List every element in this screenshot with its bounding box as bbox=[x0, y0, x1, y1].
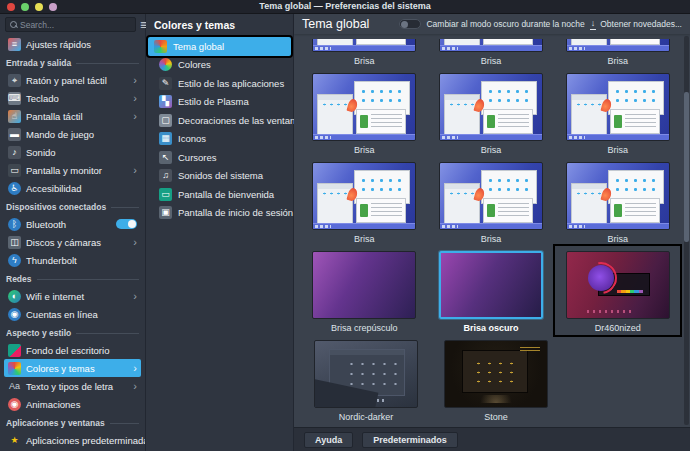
theme-label: Brisa bbox=[607, 56, 628, 66]
theme-cell-brisa-crepusculo[interactable]: Brisa crepúsculo bbox=[302, 246, 427, 335]
help-button[interactable]: Ayuda bbox=[304, 432, 353, 448]
sidebar-item-thunderbolt[interactable]: ϟ Thunderbolt bbox=[4, 251, 141, 269]
sidebar-item-raton-y-panel-tactil[interactable]: ⌖ Ratón y panel táctil › bbox=[4, 71, 141, 89]
theme-cell-nordic-darker[interactable]: Nordic-darker bbox=[302, 335, 430, 424]
sidebar-item-label: Bluetooth bbox=[26, 219, 66, 230]
subpanel-item-tema-global-annotated[interactable]: Tema global bbox=[148, 37, 291, 56]
search-box[interactable] bbox=[5, 17, 136, 32]
sidebar-item-pantalla-y-monitor[interactable]: ▭ Pantalla y monitor › bbox=[4, 161, 141, 179]
sidebar-item-pantalla-tactil[interactable]: ☝ Pantalla táctil › bbox=[4, 107, 141, 125]
sidebar-item-label: Sonido bbox=[26, 147, 56, 158]
theme-thumbnail bbox=[312, 73, 416, 141]
bluetooth-icon: ᛒ bbox=[8, 218, 21, 231]
chevron-right-icon: › bbox=[133, 291, 137, 302]
subpanel-item-pantalla-de-bienvenida[interactable]: ▭ Pantalla de bienvenida bbox=[146, 185, 293, 204]
subpanel-item-cursores[interactable]: ↖ Cursores bbox=[146, 148, 293, 167]
theme-cell-brisa[interactable]: Brisa bbox=[429, 68, 554, 157]
theme-cell-brisa[interactable]: Brisa bbox=[555, 68, 680, 157]
subpanel-item-pantalla-de-inicio-de-sesion[interactable]: ▣ Pantalla de inicio de sesión … bbox=[146, 204, 293, 223]
chevron-right-icon: › bbox=[133, 381, 137, 392]
search-input[interactable] bbox=[20, 20, 131, 30]
sidebar-item-accesibilidad[interactable]: ♿ Accesibilidad bbox=[4, 179, 141, 197]
subpanel-item-estilo-de-las-aplicaciones[interactable]: ✎ Estilo de las aplicaciones bbox=[146, 74, 293, 93]
theme-grid-row: Brisa Brisa bbox=[302, 34, 682, 68]
global-theme-icon bbox=[154, 40, 167, 53]
subpanel-item-label: Decoraciones de las ventanas bbox=[178, 115, 305, 126]
sidebar-item-cuentas-en-linea[interactable]: ◉ Cuentas en línea bbox=[4, 305, 141, 323]
sidebar-item-mando-de-juego[interactable]: ▬ Mando de juego bbox=[4, 125, 141, 143]
sidebar-item-animaciones[interactable]: ◉ Animaciones bbox=[4, 395, 141, 413]
theme-cell-brisa[interactable]: Brisa bbox=[429, 157, 554, 246]
chevron-right-icon: › bbox=[133, 75, 137, 86]
theme-thumbnail bbox=[312, 162, 416, 230]
sidebar-item-label: Teclado bbox=[26, 93, 59, 104]
subpanel-item-colores[interactable]: Colores bbox=[146, 56, 293, 75]
subpanel-item-iconos[interactable]: ▦ Iconos bbox=[146, 130, 293, 149]
sidebar-item-bluetooth[interactable]: ᛒ Bluetooth bbox=[4, 215, 141, 233]
star-icon: ★ bbox=[8, 434, 21, 447]
theme-label: Brisa bbox=[607, 145, 628, 155]
theme-thumbnail bbox=[314, 340, 418, 408]
monitor-icon: ▭ bbox=[8, 164, 21, 177]
subpanel-item-sonidos-del-sistema[interactable]: ♫ Sonidos del sistema bbox=[146, 167, 293, 186]
login-screen-icon: ▣ bbox=[159, 206, 172, 219]
sidebar-item-label: Pantalla táctil bbox=[26, 111, 83, 122]
theme-label: Stone bbox=[484, 412, 508, 422]
theme-cell-brisa[interactable]: Brisa bbox=[302, 157, 427, 246]
dark-mode-toggle[interactable] bbox=[399, 19, 421, 29]
search-icon bbox=[10, 21, 17, 28]
sidebar-item-colores-y-temas[interactable]: Colores y temas › bbox=[4, 359, 141, 377]
theme-thumbnail bbox=[444, 340, 548, 408]
theme-cell-brisa-oscuro[interactable]: Brisa oscuro bbox=[429, 246, 554, 335]
subpanel-item-estilo-de-plasma[interactable]: ▚ Estilo de Plasma bbox=[146, 93, 293, 112]
sidebar-item-label: Aplicaciones predeterminadas bbox=[26, 435, 145, 446]
subpanel-item-label: Pantalla de bienvenida bbox=[178, 189, 274, 200]
subpanel-item-label: Estilo de las aplicaciones bbox=[178, 78, 284, 89]
sidebar-item-label: Ratón y panel táctil bbox=[26, 75, 107, 86]
get-new-stuff-label: Obtener novedades... bbox=[600, 19, 682, 29]
theme-label: Brisa crepúsculo bbox=[331, 323, 398, 333]
globe-icon: ◐ bbox=[8, 290, 21, 303]
subpanel-item-decoraciones-de-las-ventanas[interactable]: ▢ Decoraciones de las ventanas bbox=[146, 111, 293, 130]
speaker-icon: ♪ bbox=[8, 146, 21, 159]
theme-cell-stone[interactable]: Stone bbox=[432, 335, 560, 424]
get-new-stuff-button[interactable]: ↓ Obtener novedades... bbox=[590, 19, 682, 30]
sidebar-item-texto-y-tipos-de-letra[interactable]: Aa Texto y tipos de letra › bbox=[4, 377, 141, 395]
disks-icon: ◫ bbox=[8, 236, 21, 249]
sidebar-item-discos-y-camaras[interactable]: ◫ Discos y cámaras › bbox=[4, 233, 141, 251]
theme-cell-brisa[interactable]: Brisa bbox=[555, 157, 680, 246]
theme-thumbnail bbox=[439, 73, 543, 141]
sidebar-item-sonido[interactable]: ♪ Sonido bbox=[4, 143, 141, 161]
defaults-button[interactable]: Predeterminados bbox=[362, 432, 458, 448]
sidebar-item-wifi-e-internet[interactable]: ◐ Wifi e internet › bbox=[4, 287, 141, 305]
chevron-right-icon: › bbox=[133, 111, 137, 122]
theme-cell-brisa[interactable]: Brisa bbox=[302, 68, 427, 157]
colors-icon bbox=[159, 58, 172, 71]
subpanel-item-label: Pantalla de inicio de sesión … bbox=[178, 207, 305, 218]
sidebar-search-row: ≡ bbox=[0, 14, 145, 34]
bluetooth-toggle[interactable] bbox=[116, 219, 137, 229]
sidebar-section-aspecto-y-estilo: Aspecto y estilo bbox=[4, 325, 141, 341]
theme-thumbnail bbox=[566, 39, 670, 52]
theme-thumbnail bbox=[312, 251, 416, 319]
theme-cell-brisa[interactable]: Brisa bbox=[429, 34, 554, 68]
sidebar-item-label: Cuentas en línea bbox=[26, 309, 98, 320]
sidebar-item-teclado[interactable]: ⌨ Teclado › bbox=[4, 89, 141, 107]
theme-cell-brisa[interactable]: Brisa bbox=[555, 34, 680, 68]
sidebar-item-aplicaciones-predeterminadas[interactable]: ★ Aplicaciones predeterminadas › bbox=[4, 431, 141, 449]
theme-label: Brisa bbox=[481, 145, 502, 155]
theme-cell-dr460nized[interactable]: Dr460nized bbox=[555, 246, 680, 335]
theme-cell-brisa[interactable]: Brisa bbox=[302, 34, 427, 68]
keyboard-icon: ⌨ bbox=[8, 92, 21, 105]
subpanel-colores-y-temas: Colores y temas Tema global Colores ✎ Es… bbox=[146, 14, 294, 451]
thunderbolt-icon: ϟ bbox=[8, 254, 21, 267]
sidebar-item-label: Accesibilidad bbox=[26, 183, 81, 194]
theme-thumbnail bbox=[566, 73, 670, 141]
scrollbar-handle[interactable] bbox=[684, 92, 689, 242]
wallpaper-icon bbox=[8, 344, 21, 357]
sidebar-section-redes: Redes bbox=[4, 271, 141, 287]
sidebar-item-ajustes-rapidos[interactable]: ≡ Ajustes rápidos bbox=[4, 35, 141, 53]
sidebar-item-fondo-del-escritorio[interactable]: Fondo del escritorio bbox=[4, 341, 141, 359]
theme-label: Brisa bbox=[354, 56, 375, 66]
subpanel-item-label: Estilo de Plasma bbox=[178, 96, 249, 107]
